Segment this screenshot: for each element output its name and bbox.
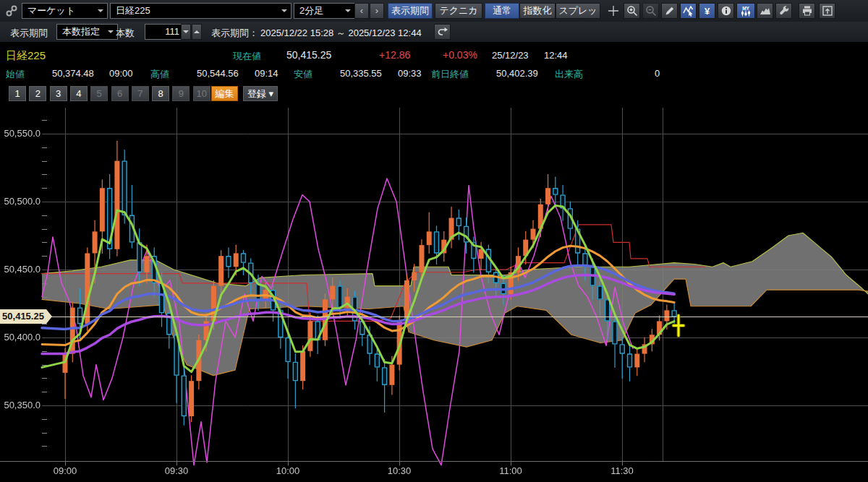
- symbol-select[interactable]: 日経225: [110, 3, 292, 19]
- quote-panel: 日経225 現在値 50,415.25 +12.86 +0.03% 25/12/…: [0, 42, 868, 84]
- zoom-out-icon[interactable]: [642, 3, 659, 19]
- quote-date: 25/12/23: [492, 50, 529, 61]
- volume-value: 0: [655, 68, 660, 79]
- yen-icon[interactable]: ¥: [699, 3, 715, 19]
- chart-area: 50,415.25: [0, 103, 868, 482]
- low-time: 09:33: [398, 68, 422, 79]
- preset-button-10[interactable]: 10: [193, 86, 210, 101]
- period-mode-value: 本数指定: [62, 26, 100, 37]
- display-period-button[interactable]: 表示期間: [388, 3, 433, 19]
- next-button[interactable]: ›: [370, 3, 384, 19]
- prev-button[interactable]: ‹: [354, 3, 369, 19]
- preset-button-4[interactable]: 4: [70, 86, 88, 101]
- normal-mode-button[interactable]: 通常: [485, 3, 519, 19]
- zoom-in-icon[interactable]: [624, 3, 640, 19]
- svg-text:MY: MY: [742, 6, 749, 11]
- low-label: 安値: [294, 68, 312, 81]
- timeframe-select[interactable]: 2分足: [294, 3, 355, 19]
- spread-mode-button[interactable]: スプレッド: [556, 3, 600, 19]
- market-select-value: マーケット: [27, 5, 75, 16]
- market-select[interactable]: マーケット: [22, 3, 108, 19]
- period-mode-select[interactable]: 本数指定: [56, 24, 118, 40]
- prev-close-value: 50,402.39: [496, 68, 538, 79]
- high-value: 50,544.56: [197, 68, 239, 79]
- period-toolbar: 表示期間 本数指定 本数 111 表示期間： 2025/12/22 15:28 …: [0, 22, 868, 43]
- count-down-button[interactable]: [181, 24, 191, 40]
- current-value: 50,415.25: [286, 49, 331, 61]
- volume-label: 出来高: [555, 68, 583, 81]
- change-pct-value: +0.03%: [443, 49, 477, 61]
- open-time: 09:00: [109, 68, 133, 79]
- high-time: 09:14: [255, 68, 278, 79]
- timeframe-select-value: 2分足: [299, 5, 323, 16]
- indexed-mode-button[interactable]: 指数化: [519, 3, 556, 19]
- symbol-name: 日経225: [6, 49, 46, 63]
- current-label: 現在値: [233, 50, 261, 63]
- preset-button-1[interactable]: 1: [9, 86, 26, 101]
- preset-button-3[interactable]: 3: [50, 86, 67, 101]
- symbol-select-value: 日経225: [116, 5, 150, 16]
- link-icon[interactable]: [5, 4, 18, 17]
- high-label: 高値: [150, 68, 169, 81]
- main-toolbar: マーケット 日経225 2分足 ‹ › 表示期間 テクニカル 通常 指数化 スプ…: [0, 0, 868, 22]
- preset-button-8[interactable]: 8: [152, 86, 169, 101]
- register-button[interactable]: 登録 ▾: [243, 86, 278, 101]
- quote-time: 12:44: [544, 50, 568, 61]
- price-chart[interactable]: [0, 103, 868, 482]
- reset-range-icon[interactable]: [434, 24, 451, 40]
- export-icon[interactable]: [819, 3, 835, 19]
- area-chart-icon[interactable]: [757, 3, 773, 19]
- open-label: 始値: [6, 68, 25, 81]
- trendline-cursor-icon[interactable]: [680, 3, 697, 19]
- draw-pencil-icon[interactable]: [661, 3, 678, 19]
- count-up-button[interactable]: [192, 24, 202, 40]
- settings-wrench-icon[interactable]: [775, 3, 792, 19]
- edit-button[interactable]: 編集: [211, 86, 238, 101]
- count-input[interactable]: 111: [145, 24, 184, 40]
- period-label: 表示期間: [10, 27, 48, 40]
- print-icon[interactable]: [799, 3, 815, 19]
- low-value: 50,335.55: [340, 68, 382, 79]
- preset-button-2[interactable]: 2: [29, 86, 46, 101]
- my-chart-icon[interactable]: MY: [736, 3, 755, 19]
- preset-buttons: 12345678910編集登録 ▾: [0, 84, 868, 103]
- current-price-tag: 50,415.25: [0, 309, 46, 324]
- info-icon[interactable]: [718, 3, 734, 19]
- range-label: 表示期間：: [211, 27, 258, 40]
- open-value: 50,374.48: [52, 68, 94, 79]
- range-value: 2025/12/22 15:28 ～ 2025/12/23 12:44: [260, 27, 422, 40]
- preset-button-9[interactable]: 9: [172, 86, 190, 101]
- yen-glyph: ¥: [705, 6, 710, 17]
- change-value: +12.86: [379, 49, 410, 61]
- prev-close-label: 前日終値: [431, 68, 469, 81]
- preset-button-7[interactable]: 7: [132, 86, 149, 101]
- count-value: 111: [165, 26, 179, 37]
- technical-button[interactable]: テクニカル: [435, 3, 482, 19]
- crosshair-icon[interactable]: [605, 3, 621, 19]
- preset-button-5[interactable]: 5: [90, 86, 108, 101]
- preset-button-6[interactable]: 6: [111, 86, 129, 101]
- count-label: 本数: [116, 27, 135, 40]
